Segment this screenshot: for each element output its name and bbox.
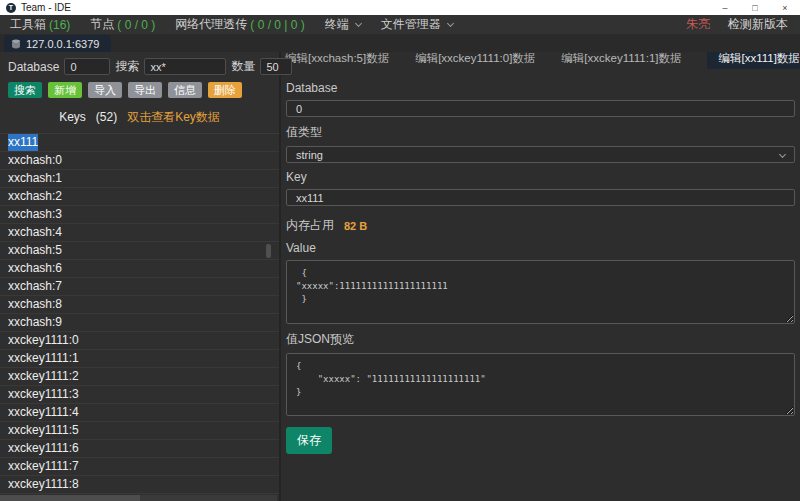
key-list-item[interactable]: xxckey1111:8 bbox=[0, 476, 279, 494]
editor-panel: 编辑[xxchash:5]数据编辑[xxckey1111:0]数据编辑[xxck… bbox=[281, 52, 800, 501]
key-list-item[interactable]: xx111 bbox=[0, 134, 279, 152]
key-name: xx111 bbox=[8, 134, 38, 151]
json-preview-textarea[interactable]: { "xxxxx": "11111111111111111111" } bbox=[286, 353, 795, 416]
key-name: xxckey1111:2 bbox=[8, 368, 79, 385]
window-controls: – □ × bbox=[710, 0, 800, 15]
editor-tab-2[interactable]: 编辑[xxckey1111:1]数据 bbox=[561, 52, 681, 69]
key-list-item[interactable]: xxckey1111:5 bbox=[0, 422, 279, 440]
search-input[interactable] bbox=[144, 58, 226, 75]
key-list-item[interactable]: xxchash:3 bbox=[0, 206, 279, 224]
user-name[interactable]: 朱亮 bbox=[686, 16, 710, 33]
check-version-link[interactable]: 检测新版本 bbox=[728, 16, 788, 33]
keys-header: Keys(52)双击查看Key数据 bbox=[0, 100, 279, 133]
key-actions: 搜索新增导入导出信息删除 bbox=[0, 78, 279, 100]
menubar-item-file-manager[interactable]: 文件管理器 bbox=[381, 16, 453, 33]
horizontal-scrollbar-thumb[interactable] bbox=[0, 495, 140, 501]
menubar-item-terminal[interactable]: 终端 bbox=[325, 16, 361, 33]
key-list-item[interactable]: xxchash:6 bbox=[0, 260, 279, 278]
connection-tab-bar: 127.0.0.1:6379 bbox=[0, 34, 800, 52]
menubar-right: 朱亮 检测新版本 bbox=[686, 16, 788, 33]
key-name: xxchash:1 bbox=[8, 170, 62, 187]
json-preview-label: 值JSON预览 bbox=[286, 331, 795, 348]
key-list-item[interactable]: xxchash:1 bbox=[0, 170, 279, 188]
key-list-item[interactable]: xxchash:5 bbox=[0, 242, 279, 260]
value-type-label: 值类型 bbox=[286, 124, 795, 141]
database-icon bbox=[11, 39, 21, 49]
menubar-item-network-proxy[interactable]: 网络代理透传( 0 / 0 | 0 ) bbox=[175, 16, 304, 33]
key-edit-form: Database 0 值类型 string Key xx111 内存占用 82 … bbox=[281, 69, 800, 454]
app-logo-icon: T bbox=[6, 3, 16, 13]
editor-tab-1[interactable]: 编辑[xxckey1111:0]数据 bbox=[415, 52, 535, 69]
chevron-down-icon bbox=[779, 151, 786, 158]
import-button[interactable]: 导入 bbox=[88, 82, 122, 98]
value-label: Value bbox=[286, 241, 795, 255]
key-list-item[interactable]: xxchash:8 bbox=[0, 296, 279, 314]
key-list-item[interactable]: xxckey1111:3 bbox=[0, 386, 279, 404]
form-database-label: Database bbox=[286, 81, 795, 95]
memory-usage-value: 82 B bbox=[344, 220, 367, 232]
database-input[interactable] bbox=[64, 58, 110, 75]
menubar-item-label: 工具箱 bbox=[10, 16, 46, 33]
search-button[interactable]: 搜索 bbox=[8, 82, 42, 98]
key-list-item[interactable]: xxchash:2 bbox=[0, 188, 279, 206]
key-list-item[interactable]: xxckey1111:7 bbox=[0, 458, 279, 476]
key-name: xxchash:9 bbox=[8, 314, 62, 331]
horizontal-scrollbar[interactable] bbox=[0, 495, 277, 501]
key-list-item[interactable]: xxchash:7 bbox=[0, 278, 279, 296]
key-list-item[interactable]: xxckey1111:0 bbox=[0, 332, 279, 350]
key-name: xxckey1111:5 bbox=[8, 422, 79, 439]
key-filters: Database 搜索 数量 bbox=[0, 52, 279, 78]
menubar-item-nodes[interactable]: 节点( 0 / 0 ) bbox=[90, 16, 155, 33]
editor-tab-3[interactable]: 编辑[xx111]数据 bbox=[707, 52, 800, 69]
key-list-item[interactable]: xxckey1111:6 bbox=[0, 440, 279, 458]
menubar: 工具箱(16)节点( 0 / 0 )网络代理透传( 0 / 0 | 0 )终端文… bbox=[0, 15, 800, 34]
key-name: xxckey1111:8 bbox=[8, 476, 79, 493]
key-list-item[interactable]: xxckey1111:2 bbox=[0, 368, 279, 386]
key-name: xxchash:7 bbox=[8, 278, 62, 295]
key-label: Key bbox=[286, 170, 795, 184]
search-label: 搜索 bbox=[115, 58, 139, 75]
value-type-select[interactable]: string bbox=[286, 146, 795, 163]
menubar-item-count: ( 0 / 0 ) bbox=[117, 18, 155, 32]
key-list-item[interactable]: xxckey1111:4 bbox=[0, 404, 279, 422]
database-label: Database bbox=[8, 60, 59, 74]
key-name: xxckey1111:7 bbox=[8, 458, 79, 475]
keys-hint: 双击查看Key数据 bbox=[127, 110, 220, 124]
key-list-item[interactable]: xxchash:9 bbox=[0, 314, 279, 332]
form-database-input[interactable]: 0 bbox=[286, 100, 795, 117]
info-button[interactable]: 信息 bbox=[168, 82, 202, 98]
key-name: xxchash:0 bbox=[8, 152, 62, 169]
key-list-item[interactable]: xxckey1111:1 bbox=[0, 350, 279, 368]
key-name: xxckey1111:0 bbox=[8, 332, 79, 349]
chevron-down-icon bbox=[447, 20, 454, 27]
key-name: xxchash:3 bbox=[8, 206, 62, 223]
chevron-down-icon bbox=[355, 20, 362, 27]
maximize-icon[interactable]: □ bbox=[740, 0, 770, 15]
editor-tabs: 编辑[xxchash:5]数据编辑[xxckey1111:0]数据编辑[xxck… bbox=[281, 52, 800, 69]
export-button[interactable]: 导出 bbox=[128, 82, 162, 98]
menubar-item-label: 终端 bbox=[325, 16, 349, 33]
minimize-icon[interactable]: – bbox=[710, 0, 740, 15]
key-list-item[interactable]: xxchash:0 bbox=[0, 152, 279, 170]
menubar-item-label: 节点 bbox=[90, 16, 114, 33]
keys-panel: Database 搜索 数量 搜索新增导入导出信息删除 Keys(52)双击查看… bbox=[0, 52, 281, 501]
value-type-selected: string bbox=[296, 149, 323, 161]
value-textarea[interactable]: { "xxxxx":11111111111111111111 } bbox=[286, 260, 795, 324]
save-button[interactable]: 保存 bbox=[286, 427, 332, 454]
delete-button[interactable]: 删除 bbox=[208, 82, 242, 98]
menubar-item-count: (16) bbox=[49, 18, 70, 32]
close-icon[interactable]: × bbox=[770, 0, 800, 15]
key-input[interactable]: xx111 bbox=[286, 189, 795, 206]
menubar-item-label: 文件管理器 bbox=[381, 16, 441, 33]
editor-tab-0[interactable]: 编辑[xxchash:5]数据 bbox=[285, 52, 389, 69]
vertical-scrollbar-thumb[interactable] bbox=[266, 244, 271, 258]
key-list-item[interactable]: xxchash:4 bbox=[0, 224, 279, 242]
memory-usage-label: 内存占用 bbox=[286, 217, 334, 234]
key-list: xx111xxchash:0xxchash:1xxchash:2xxchash:… bbox=[0, 133, 279, 501]
menubar-items: 工具箱(16)节点( 0 / 0 )网络代理透传( 0 / 0 | 0 )终端文… bbox=[10, 16, 453, 33]
menubar-item-toolbox[interactable]: 工具箱(16) bbox=[10, 16, 70, 33]
connection-tab[interactable]: 127.0.0.1:6379 bbox=[4, 35, 111, 52]
keys-count: (52) bbox=[96, 110, 117, 124]
add-button[interactable]: 新增 bbox=[48, 82, 82, 98]
count-input[interactable] bbox=[260, 58, 292, 75]
